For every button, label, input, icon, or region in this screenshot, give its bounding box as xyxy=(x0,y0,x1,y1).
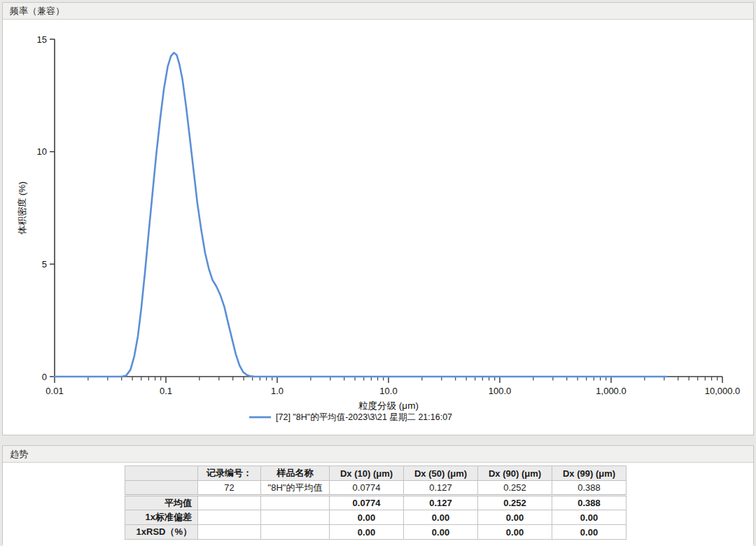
table-cell xyxy=(261,525,330,540)
table-cell xyxy=(261,496,330,510)
trend-table-head: 记录编号：样品名称Dx (10) (μm)Dx (50) (μm)Dx (90)… xyxy=(125,466,626,481)
table-cell: 0.00 xyxy=(404,525,478,540)
table-cell: 0.00 xyxy=(552,525,626,540)
x-tick-label: 10.0 xyxy=(379,386,397,396)
trend-table: 记录编号：样品名称Dx (10) (μm)Dx (50) (μm)Dx (90)… xyxy=(125,465,626,540)
row-label: 1xRSD（%） xyxy=(125,525,198,540)
table-cell: 0.252 xyxy=(478,496,552,510)
table-cell xyxy=(198,525,261,540)
legend-label: [72] "8H"的平均值-2023\3\21 星期二 21:16:07 xyxy=(276,412,452,422)
table-cell: 0.00 xyxy=(478,510,552,525)
x-tick-label: 1,000.0 xyxy=(596,386,626,396)
table-cell: "8H"的平均值 xyxy=(261,481,330,496)
table-cell: 0.00 xyxy=(330,510,404,525)
x-tick-label: 10,000.0 xyxy=(705,386,741,396)
table-cell: 0.127 xyxy=(404,496,478,510)
axes xyxy=(55,39,722,377)
row-label xyxy=(125,481,198,496)
frequency-panel-title: 频率（兼容） xyxy=(10,6,64,16)
frequency-panel-header: 频率（兼容） xyxy=(3,3,753,20)
trend-panel-header: 趋势 xyxy=(3,446,753,463)
table-cell: 72 xyxy=(198,481,261,496)
trend-table-area: 记录编号：样品名称Dx (10) (μm)Dx (50) (μm)Dx (90)… xyxy=(3,465,753,546)
table-cell: 0.0774 xyxy=(330,481,404,496)
trend-panel-title: 趋势 xyxy=(10,449,28,459)
table-cell: 0.127 xyxy=(404,481,478,496)
x-tick-label: 0.1 xyxy=(160,386,172,396)
trend-panel: 趋势 记录编号：样品名称Dx (10) (μm)Dx (50) (μm)Dx (… xyxy=(2,445,754,545)
trend-column-header: Dx (99) (μm) xyxy=(552,466,626,481)
x-tick-label: 100.0 xyxy=(489,386,512,396)
x-axis-label: 粒度分级 (μm) xyxy=(358,400,419,411)
stat-row: 1xRSD（%）0.000.000.000.00 xyxy=(125,525,626,540)
frequency-curve xyxy=(55,52,667,377)
y-axis-label: 体积密度 (%) xyxy=(17,181,27,234)
frequency-panel: 频率（兼容） 0510150.010.11.010.0100.01,000.01… xyxy=(2,2,754,435)
x-tick-label: 1.0 xyxy=(271,386,284,396)
x-tick-label: 0.01 xyxy=(46,386,63,396)
stat-row: 1x标准偏差0.000.000.000.00 xyxy=(125,510,626,525)
frequency-chart[interactable]: 0510150.010.11.010.0100.01,000.010,000.0… xyxy=(3,20,752,433)
table-cell: 0.0774 xyxy=(330,496,404,510)
stat-row: 平均值0.07740.1270.2520.388 xyxy=(125,496,626,510)
table-cell: 0.00 xyxy=(478,525,552,540)
table-cell xyxy=(261,510,330,525)
trend-column-header: Dx (50) (μm) xyxy=(404,466,478,481)
trend-column-header: 样品名称 xyxy=(261,466,330,481)
table-cell: 0.252 xyxy=(478,481,552,496)
record-row[interactable]: 72"8H"的平均值0.07740.1270.2520.388 xyxy=(125,481,626,496)
frequency-chart-area: 0510150.010.11.010.0100.01,000.010,000.0… xyxy=(3,20,753,435)
row-label: 1x标准偏差 xyxy=(125,510,198,525)
trend-header-row: 记录编号：样品名称Dx (10) (μm)Dx (50) (μm)Dx (90)… xyxy=(125,466,626,481)
table-cell: 0.00 xyxy=(552,510,626,525)
table-cell: 0.00 xyxy=(404,510,478,525)
trend-corner-cell xyxy=(125,466,198,481)
trend-column-header: Dx (90) (μm) xyxy=(478,466,552,481)
row-label: 平均值 xyxy=(125,496,198,510)
y-tick-label: 0 xyxy=(42,372,47,382)
y-tick-label: 15 xyxy=(37,34,47,45)
table-cell xyxy=(198,510,261,525)
trend-column-header: 记录编号： xyxy=(198,466,261,481)
table-cell xyxy=(198,496,261,510)
trend-column-header: Dx (10) (μm) xyxy=(330,466,404,481)
table-cell: 0.388 xyxy=(552,496,626,510)
y-tick-label: 5 xyxy=(42,259,47,270)
table-cell: 0.388 xyxy=(552,481,626,496)
trend-table-body: 72"8H"的平均值0.07740.1270.2520.388平均值0.0774… xyxy=(125,481,626,540)
table-cell: 0.00 xyxy=(330,525,404,540)
y-tick-label: 10 xyxy=(37,146,47,157)
